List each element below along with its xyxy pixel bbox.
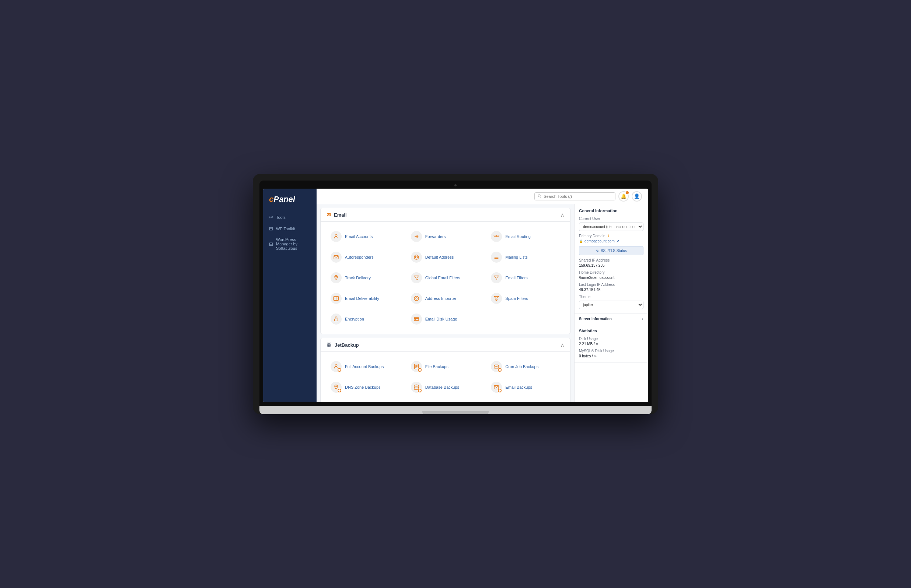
email-routing-label: Email Routing — [505, 234, 530, 239]
svg-marker-16 — [494, 276, 499, 280]
ssl-tls-status-button[interactable]: SSL/TLS Status — [579, 246, 643, 255]
last-login-value: 49.37.151.45 — [579, 288, 643, 292]
full-account-backups-label: Full Account Backups — [345, 364, 384, 369]
grid-item-email-routing[interactable]: Email Routing — [487, 228, 564, 246]
grid-item-forwarders[interactable]: Forwarders — [407, 228, 484, 246]
svg-point-23 — [497, 299, 498, 300]
general-info-title: General Information — [579, 208, 643, 213]
file-backups-badge — [418, 368, 422, 372]
track-delivery-icon — [331, 272, 342, 283]
import-icon — [414, 296, 419, 301]
svg-point-21 — [416, 298, 417, 299]
grid-item-cron-job-backups[interactable]: Cron Job Backups — [487, 358, 564, 375]
address-importer-icon-wrapper — [410, 292, 422, 304]
sidebar-item-wp-manager[interactable]: ⊞ WordPress Manager by Softaculous — [263, 234, 317, 254]
grid-item-mailing-lists[interactable]: Mailing Lists — [487, 248, 564, 266]
email-backup-badge — [497, 388, 502, 393]
track-delivery-icon-wrapper — [330, 272, 342, 284]
sidebar-item-tools[interactable]: ✂ Tools — [263, 212, 317, 223]
laptop-screen: cPanel ✂ Tools ⊞ WP Toolkit ⊞ WordPress … — [263, 189, 648, 402]
encryption-icon-wrapper — [330, 313, 342, 325]
last-login-label: Last Login IP Address — [579, 283, 643, 287]
sidebar-item-label-wpmanager: WordPress Manager by Softaculous — [276, 237, 311, 250]
disk-usage-value: 2.21 MB / ∞ — [579, 342, 643, 346]
grid-item-global-email-filters[interactable]: Global Email Filters — [407, 269, 484, 287]
main-layout: ✉ Email ∧ — [317, 204, 648, 402]
person-icon — [333, 234, 339, 239]
grid-item-gdpr-compliance[interactable]: GDPR Compliance — [487, 399, 564, 402]
grid-item-email-disk-usage[interactable]: Email Disk Usage — [407, 310, 484, 328]
grid-item-default-address[interactable]: Default Address — [407, 248, 484, 266]
sidebar-item-wp-toolkit[interactable]: ⊞ WP Toolkit — [263, 223, 317, 234]
svg-rect-32 — [330, 345, 331, 347]
list-icon — [493, 254, 499, 260]
funnel-dot-icon — [414, 275, 419, 281]
global-email-filters-icon-wrapper — [410, 272, 422, 284]
jetbackup-section-collapse[interactable]: ∧ — [560, 342, 564, 348]
svg-line-1 — [540, 197, 541, 198]
server-info-row[interactable]: Server Information › — [575, 314, 648, 324]
current-user-select[interactable]: demoaccount (demoaccount.com) — [579, 223, 643, 231]
content-area: ✉ Email ∧ — [317, 204, 574, 402]
mysql-disk-value: 0 bytes / ∞ — [579, 354, 643, 358]
email-disk-usage-icon-wrapper — [410, 313, 422, 325]
dns-badge — [337, 388, 342, 393]
grid-item-database-backups[interactable]: Database Backups — [407, 378, 484, 396]
email-section-collapse[interactable]: ∧ — [560, 212, 564, 218]
grid-item-spam-filters[interactable]: Spam Filters — [487, 289, 564, 307]
funnel-icon — [493, 275, 499, 281]
email-accounts-icon-wrapper — [330, 231, 342, 242]
email-routing-icon — [491, 231, 502, 242]
queue-icon-wrapper — [330, 402, 342, 402]
file-backups-icon — [411, 361, 422, 372]
cron-job-backups-icon — [491, 361, 502, 372]
search-input[interactable] — [544, 194, 612, 199]
email-disk-usage-label: Email Disk Usage — [425, 317, 457, 321]
grid-item-email-filters[interactable]: Email Filters — [487, 269, 564, 287]
server-info-label: Server Information — [579, 317, 612, 321]
email-routing-icon-wrapper — [491, 231, 502, 242]
grid-item-email-accounts[interactable]: Email Accounts — [326, 228, 404, 246]
domain-link[interactable]: demoaccount.com ↗ — [585, 239, 619, 243]
gdpr-compliance-icon-wrapper — [491, 402, 502, 402]
svg-rect-28 — [415, 320, 416, 320]
forwarders-icon — [411, 231, 422, 242]
chevron-right-icon: › — [642, 317, 643, 321]
email-deliverability-label: Email Deliverability — [345, 296, 379, 300]
svg-point-33 — [335, 365, 337, 367]
track-delivery-label: Track Delivery — [345, 276, 371, 280]
home-dir-label: Home Directory — [579, 270, 643, 275]
grid-item-dns-zone-backups[interactable]: DNS Zone Backups — [326, 378, 404, 396]
grid-item-file-backups[interactable]: File Backups — [407, 358, 484, 375]
grid-item-snapshots[interactable]: Snapshots — [407, 399, 484, 402]
grid-item-autoresponders[interactable]: Autoresponders — [326, 248, 404, 266]
grid-item-full-account-backups[interactable]: Full Account Backups — [326, 358, 404, 375]
circle-at-icon — [414, 254, 419, 260]
laptop-base — [260, 406, 651, 414]
tools-icon: ✂ — [269, 215, 273, 220]
svg-rect-3 — [494, 235, 496, 236]
grid-item-track-delivery[interactable]: Track Delivery — [326, 269, 404, 287]
grid-item-address-importer[interactable]: Address Importer — [407, 289, 484, 307]
cron-job-backups-icon-wrapper — [491, 361, 502, 373]
grid-item-encryption[interactable]: Encryption — [326, 310, 404, 328]
forward-arrow-icon — [414, 234, 419, 239]
full-account-backups-icon — [331, 361, 342, 372]
autoresponders-label: Autoresponders — [345, 255, 374, 259]
user-button[interactable]: 👤 — [632, 191, 642, 202]
laptop-outer: cPanel ✂ Tools ⊞ WP Toolkit ⊞ WordPress … — [253, 174, 658, 414]
svg-point-2 — [335, 235, 337, 236]
email-section-title: ✉ Email — [326, 212, 347, 218]
grid-item-queue[interactable]: Queue — [326, 399, 404, 402]
theme-select[interactable]: jupiter — [579, 300, 643, 309]
bell-icon: 🔔 — [620, 194, 627, 199]
grid-item-email-deliverability[interactable]: Email Deliverability — [326, 289, 404, 307]
ssl-btn-label: SSL/TLS Status — [601, 249, 627, 253]
search-bar[interactable] — [535, 192, 615, 200]
email-section: ✉ Email ∧ — [320, 208, 570, 334]
default-address-icon-wrapper — [410, 251, 422, 263]
forwarders-label: Forwarders — [425, 234, 446, 239]
notifications-button[interactable]: 🔔 — [619, 191, 629, 202]
jetbackup-items-grid: Full Account Backups — [321, 352, 570, 402]
grid-item-email-backups[interactable]: Email Backups — [487, 378, 564, 396]
